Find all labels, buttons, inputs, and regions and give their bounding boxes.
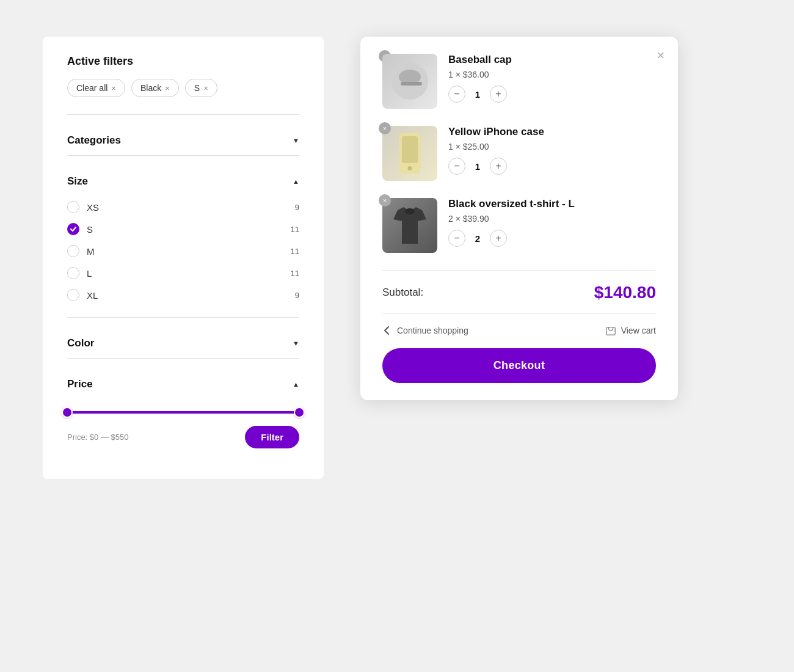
radio-s[interactable]	[67, 223, 79, 235]
range-thumb-max[interactable]	[294, 407, 305, 418]
size-s-tag[interactable]: S ×	[185, 79, 217, 97]
color-title: Color	[67, 337, 94, 349]
baseball-qty-value: 1	[474, 89, 481, 100]
price-range-container: Price: $0 — $550 Filter	[67, 399, 299, 461]
remove-tshirt-button[interactable]: ×	[379, 194, 391, 206]
divider-2	[67, 155, 299, 156]
range-fill	[67, 411, 299, 414]
radio-l[interactable]	[67, 267, 79, 279]
size-section-header[interactable]: Size ▲	[67, 167, 299, 196]
size-count-l: 11	[291, 269, 299, 278]
size-label-m: M	[87, 246, 95, 257]
radio-xl[interactable]	[67, 289, 79, 301]
black-x: ×	[165, 84, 170, 93]
size-s-label: S	[194, 83, 200, 93]
cart-item-tshirt: × Black oversized t-shirt - L 2 × $39.90…	[382, 198, 656, 253]
radio-xs[interactable]	[67, 201, 79, 213]
divider-4	[67, 358, 299, 359]
price-footer: Price: $0 — $550 Filter	[67, 426, 299, 448]
categories-arrow: ▼	[293, 137, 299, 144]
cart-img-wrap-baseball: ×	[382, 54, 437, 109]
price-arrow: ▲	[293, 381, 299, 388]
cart-img-wrap-tshirt: ×	[382, 198, 437, 253]
size-option-m: M 11	[67, 240, 299, 262]
range-thumb-min[interactable]	[62, 407, 73, 418]
cart-icon	[605, 325, 616, 336]
page-wrapper: Active filters Clear all × Black × S × C…	[43, 37, 751, 479]
subtotal-value: $140.80	[594, 283, 656, 302]
size-count-xl: 9	[295, 291, 299, 300]
iphone-qty-increase[interactable]: +	[490, 158, 507, 175]
size-option-xs: XS 9	[67, 196, 299, 218]
size-count-s: 11	[291, 225, 299, 234]
black-tag[interactable]: Black ×	[131, 79, 179, 97]
subtotal-row: Subtotal: $140.80	[382, 283, 656, 302]
size-title: Size	[67, 175, 88, 188]
filter-panel: Active filters Clear all × Black × S × C…	[43, 37, 324, 479]
clear-all-x: ×	[111, 84, 116, 93]
price-range-label: Price: $0 — $550	[67, 433, 128, 442]
size-options: XS 9 S 11 M	[67, 196, 299, 317]
size-label-s: S	[87, 224, 93, 235]
cart-close-button[interactable]: ×	[657, 49, 665, 62]
divider-1	[67, 114, 299, 115]
size-label-xs: XS	[87, 202, 99, 213]
subtotal-label: Subtotal:	[382, 287, 423, 299]
remove-iphone-button[interactable]: ×	[379, 122, 391, 134]
svg-rect-2	[401, 82, 422, 86]
svg-point-5	[408, 166, 412, 170]
size-option-l: L 11	[67, 262, 299, 284]
iphone-case-price: 1 × $25.00	[448, 142, 656, 152]
svg-rect-4	[402, 136, 418, 163]
svg-rect-8	[606, 327, 614, 335]
baseball-qty-increase[interactable]: +	[490, 86, 507, 103]
tshirt-image	[382, 198, 437, 253]
tshirt-info: Black oversized t-shirt - L 2 × $39.90 −…	[448, 198, 656, 247]
cart-divider-1	[382, 270, 656, 271]
view-cart-button[interactable]: View cart	[605, 325, 656, 336]
cart-actions: Continue shopping View cart	[382, 325, 656, 336]
baseball-cap-info: Baseball cap 1 × $36.00 − 1 +	[448, 54, 656, 103]
baseball-cap-price: 1 × $36.00	[448, 70, 656, 79]
black-label: Black	[140, 83, 161, 93]
baseball-cap-name: Baseball cap	[448, 54, 656, 66]
size-count-m: 11	[291, 247, 299, 256]
filter-button[interactable]: Filter	[245, 426, 299, 448]
continue-shopping-label: Continue shopping	[397, 326, 468, 335]
iphone-qty-control: − 1 +	[448, 158, 656, 175]
checkout-button[interactable]: Checkout	[382, 348, 656, 383]
active-filters-title: Active filters	[67, 55, 299, 68]
svg-point-7	[405, 208, 415, 214]
view-cart-label: View cart	[621, 326, 656, 335]
iphone-qty-decrease[interactable]: −	[448, 158, 465, 175]
size-label-xl: XL	[87, 290, 98, 301]
cart-item-baseball: × Baseball cap 1 × $36.00 − 1 +	[382, 54, 656, 109]
radio-m[interactable]	[67, 245, 79, 257]
price-title: Price	[67, 378, 93, 390]
categories-section-header[interactable]: Categories ▼	[67, 126, 299, 155]
baseball-qty-decrease[interactable]: −	[448, 86, 465, 103]
divider-3	[67, 317, 299, 318]
size-option-s: S 11	[67, 218, 299, 240]
cart-panel: × × Baseball cap 1 × $36.00 − 1	[360, 37, 678, 400]
filter-tags: Clear all × Black × S ×	[67, 79, 299, 97]
tshirt-qty-increase[interactable]: +	[490, 230, 507, 247]
baseball-cap-image	[382, 54, 437, 109]
price-section-header[interactable]: Price ▲	[67, 370, 299, 399]
cart-item-iphone: × Yellow iPhone case 1 × $25.00 − 1 +	[382, 126, 656, 181]
iphone-case-info: Yellow iPhone case 1 × $25.00 − 1 +	[448, 126, 656, 175]
size-label-l: L	[87, 268, 92, 279]
iphone-case-name: Yellow iPhone case	[448, 126, 656, 138]
continue-shopping-button[interactable]: Continue shopping	[382, 326, 468, 335]
arrow-left-icon	[382, 326, 392, 335]
tshirt-name: Black oversized t-shirt - L	[448, 198, 656, 210]
baseball-qty-control: − 1 +	[448, 86, 656, 103]
clear-all-tag[interactable]: Clear all ×	[67, 79, 125, 97]
tshirt-qty-decrease[interactable]: −	[448, 230, 465, 247]
size-count-xs: 9	[295, 203, 299, 212]
color-section-header[interactable]: Color ▼	[67, 329, 299, 358]
tshirt-qty-control: − 2 +	[448, 230, 656, 247]
clear-all-label: Clear all	[76, 83, 107, 93]
categories-title: Categories	[67, 134, 121, 147]
cart-img-wrap-iphone: ×	[382, 126, 437, 181]
